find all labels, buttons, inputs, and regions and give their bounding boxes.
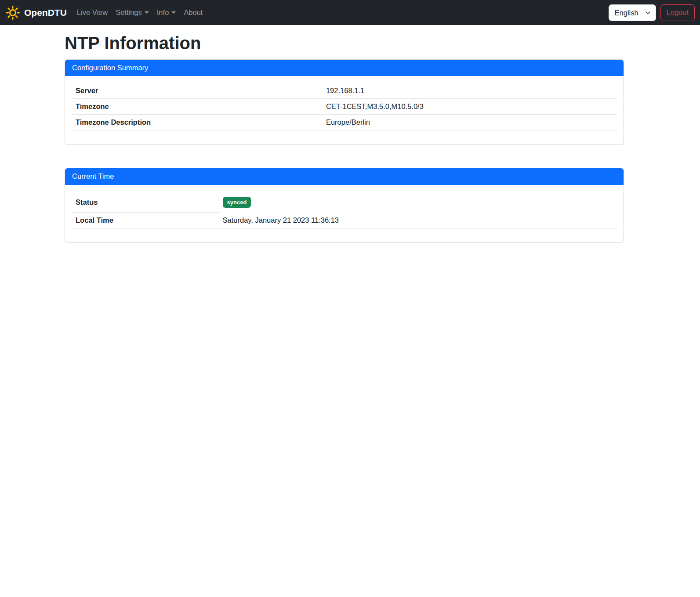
row-value-timezone-description: Europe/Berlin [323,115,617,130]
language-select-wrap: English [609,4,656,21]
brand-link[interactable]: OpenDTU [5,5,67,20]
language-select[interactable]: English [609,4,656,21]
row-label-timezone: Timezone [72,99,323,115]
card-body: Status synced Local Time Saturday, Janua… [65,185,624,243]
nav-item-about[interactable]: About [180,5,207,20]
card-body: Server 192.168.1.1 Timezone CET-1CEST,M3… [65,76,624,145]
current-time-card: Current Time Status synced Local Time Sa… [65,168,624,243]
table-row: Status synced [72,192,617,213]
logout-button[interactable]: Logout [660,4,695,21]
card-header-configuration-summary: Configuration Summary [65,60,624,76]
nav-item-label: Settings [116,8,142,17]
nav-item-label: Info [157,8,169,17]
table-row: Local Time Saturday, January 21 2023 11:… [72,213,617,228]
status-badge: synced [223,197,251,208]
current-time-table: Status synced Local Time Saturday, Janua… [72,192,617,229]
main-content: NTP Information Configuration Summary Se… [65,25,624,243]
nav-item-info[interactable]: Info [153,5,180,20]
configuration-summary-table: Server 192.168.1.1 Timezone CET-1CEST,M3… [72,83,617,130]
nav-item-live-view[interactable]: Live View [73,5,112,20]
top-navbar: OpenDTU Live View Settings Info About En… [0,0,700,25]
row-value-status: synced [219,192,617,213]
row-label-status: Status [72,192,219,213]
navbar-right-controls: English Logout [609,4,695,21]
nav-item-settings[interactable]: Settings [112,5,153,20]
card-header-current-time: Current Time [65,168,624,185]
nav-item-label: Live View [77,8,108,17]
page-title: NTP Information [65,33,624,54]
table-row: Timezone Description Europe/Berlin [72,115,617,130]
table-row: Timezone CET-1CEST,M3.5.0,M10.5.0/3 [72,99,617,115]
nav-item-label: About [184,8,203,17]
row-label-local-time: Local Time [72,213,219,228]
caret-down-icon [145,11,149,14]
caret-down-icon [171,11,176,14]
sun-icon [5,5,20,20]
row-label-timezone-description: Timezone Description [72,115,323,130]
configuration-summary-card: Configuration Summary Server 192.168.1.1… [65,59,624,145]
nav-links: Live View Settings Info About [73,5,207,20]
row-label-server: Server [72,83,323,99]
row-value-local-time: Saturday, January 21 2023 11:36:13 [219,213,617,228]
table-row: Server 192.168.1.1 [72,83,617,99]
row-value-timezone: CET-1CEST,M3.5.0,M10.5.0/3 [323,99,617,115]
brand-label: OpenDTU [24,7,67,18]
row-value-server: 192.168.1.1 [323,83,617,99]
